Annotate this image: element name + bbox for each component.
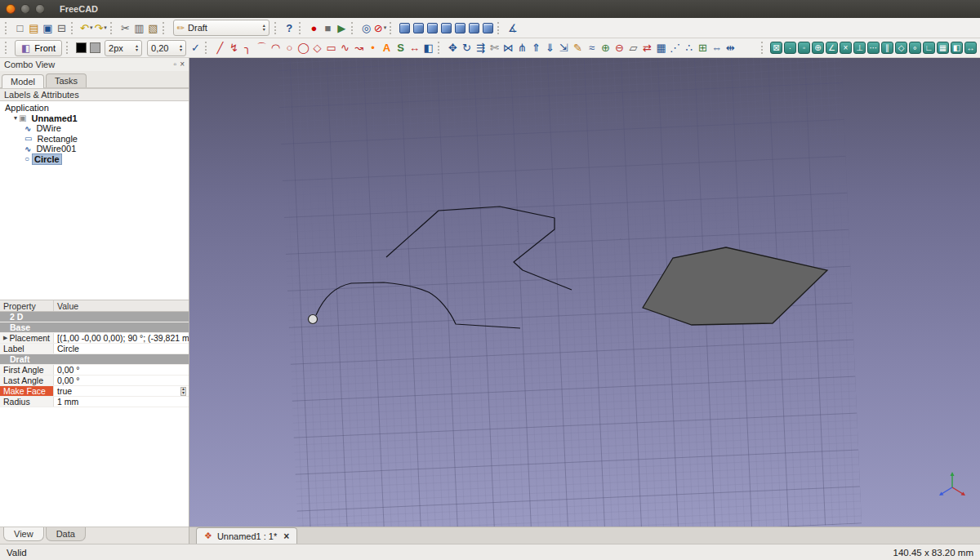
line-width-selector[interactable]: 2px▴▾ <box>105 40 142 56</box>
tree-item-dwire[interactable]: ∿DWire <box>0 123 189 134</box>
apply-style-button[interactable]: ✓ <box>189 40 203 56</box>
tree-item-rectangle[interactable]: ▭Rectangle <box>0 134 189 144</box>
tree-item-circle[interactable]: ○Circle <box>0 154 189 165</box>
property-row-first-angle[interactable]: First Angle0,00 ° <box>0 365 189 376</box>
expander-icon[interactable]: ▶ <box>3 335 7 341</box>
print-button[interactable]: ⊟ <box>55 20 69 36</box>
snap-lock-button[interactable]: ⊠ <box>769 40 783 56</box>
draft-fillet-button[interactable]: ╮ <box>241 40 255 56</box>
snap-angle-button[interactable]: ∠ <box>825 40 839 56</box>
draft-move-button[interactable]: ✥ <box>446 40 460 56</box>
view-bottom-button[interactable] <box>467 20 481 36</box>
snap-grid-button[interactable]: ▦ <box>936 40 950 56</box>
draft-rectangle-button[interactable]: ▭ <box>324 40 338 56</box>
value-column-header[interactable]: Value <box>54 300 189 311</box>
fit-all-button[interactable]: ◎ <box>359 20 373 36</box>
snap-parallel-button[interactable]: ∥ <box>880 40 894 56</box>
tab-tasks[interactable]: Tasks <box>46 73 87 87</box>
save-document-button[interactable]: ▣ <box>41 20 55 36</box>
view-isometric-button[interactable] <box>398 20 412 36</box>
draft-dimension-button[interactable]: ↔ <box>408 40 421 56</box>
tab-model[interactable]: Model <box>2 74 44 88</box>
draft-ellipse-button[interactable]: ◯ <box>296 40 310 56</box>
draft-offset-button[interactable]: ⇶ <box>474 40 488 56</box>
snap-perpendicular-button[interactable]: ⊥ <box>853 40 866 56</box>
draft-arc-button[interactable]: ⌒ <box>255 40 269 56</box>
copy-button[interactable]: ▥ <box>132 20 146 36</box>
labels-attributes-header[interactable]: Labels & Attributes <box>0 88 189 101</box>
draft-polygon-button[interactable]: ◇ <box>310 40 324 56</box>
view-left-button[interactable] <box>481 20 495 36</box>
draft-clone-button[interactable]: ⊞ <box>696 40 710 56</box>
draft-circle-button[interactable]: ○ <box>283 40 296 56</box>
draw-style-button[interactable]: ⊘▾ <box>373 20 387 36</box>
draft-edit-button[interactable]: ✎ <box>571 40 585 56</box>
macro-record-button[interactable]: ● <box>307 20 321 36</box>
draft-facebinder-button[interactable]: ◧ <box>421 40 435 56</box>
draft-split-button[interactable]: ⋔ <box>515 40 529 56</box>
working-plane-button[interactable]: ◧Front <box>15 40 62 56</box>
tree-item-unnamed1[interactable]: ▾▣Unnamed1 <box>0 113 189 124</box>
draft-path-array-button[interactable]: ⋰ <box>668 40 682 56</box>
draft-line-button[interactable]: ╱ <box>213 40 227 56</box>
draft-arc-3points-button[interactable]: ◠ <box>269 40 283 56</box>
redo-button[interactable]: ↷▾ <box>93 20 107 36</box>
window-minimize-button[interactable] <box>20 4 30 14</box>
workbench-selector[interactable]: ✏Draft▴▾ <box>173 20 270 36</box>
draft-mirror-button[interactable]: ⇔ <box>710 40 724 56</box>
line-color-swatch[interactable] <box>74 40 88 56</box>
property-group-draft[interactable]: Draft <box>0 354 189 365</box>
undo-button[interactable]: ↶▾ <box>79 20 93 36</box>
snap-endpoint-button[interactable]: ∙ <box>783 40 797 56</box>
draft-stretch-button[interactable]: ⇹ <box>724 40 737 56</box>
draft-add-point-button[interactable]: ⊕ <box>599 40 612 56</box>
face-color-swatch[interactable] <box>88 40 102 56</box>
view-top-button[interactable] <box>425 20 439 36</box>
draft-upgrade-button[interactable]: ⇑ <box>529 40 543 56</box>
open-document-button[interactable]: ▤ <box>27 20 41 36</box>
3d-viewport[interactable] <box>189 58 980 527</box>
tree-item-dwire001[interactable]: ∿DWire001 <box>0 144 189 154</box>
window-maximize-button[interactable] <box>35 4 45 14</box>
draft-to-sketch-button[interactable]: ⇄ <box>640 40 654 56</box>
draft-point-array-button[interactable]: ∴ <box>682 40 696 56</box>
draft-downgrade-button[interactable]: ⇓ <box>543 40 557 56</box>
draft-remove-point-button[interactable]: ⊖ <box>612 40 626 56</box>
property-row-last-angle[interactable]: Last Angle0,00 ° <box>0 376 189 386</box>
snap-working-plane-button[interactable]: ◧ <box>950 40 964 56</box>
draft-bspline-button[interactable]: ∿ <box>338 40 352 56</box>
draft-join-button[interactable]: ⋈ <box>501 40 515 56</box>
property-group-2-d[interactable]: 2 D <box>0 312 189 322</box>
snap-extension-button[interactable]: ⋯ <box>866 40 880 56</box>
panel-undock-icon[interactable]: ▫ <box>174 60 177 69</box>
property-row-radius[interactable]: Radius1 mm <box>0 397 189 407</box>
property-row-label[interactable]: LabelCircle <box>0 344 189 354</box>
draft-bezier-button[interactable]: ↝ <box>352 40 366 56</box>
draft-rotate-button[interactable]: ↻ <box>460 40 474 56</box>
snap-dimensions-button[interactable]: ↔ <box>964 40 978 56</box>
tree-item-application[interactable]: Application <box>0 103 189 113</box>
snap-ortho-button[interactable]: ∟ <box>922 40 936 56</box>
draft-trimex-button[interactable]: ✄ <box>488 40 501 56</box>
draft-array-button[interactable]: ▦ <box>654 40 668 56</box>
document-tab[interactable]: ❖ Unnamed1 : 1* × <box>196 527 297 544</box>
view-front-button[interactable] <box>412 20 425 36</box>
snap-special-button[interactable]: ◇ <box>894 40 908 56</box>
paste-button[interactable]: ▧ <box>146 20 160 36</box>
measure-distance-button[interactable]: ∡ <box>506 20 519 36</box>
tab-data[interactable]: Data <box>46 527 86 541</box>
macro-stop-button[interactable]: ■ <box>321 20 335 36</box>
draft-wire-button[interactable]: ↯ <box>227 40 241 56</box>
expander-icon[interactable]: ▾ <box>14 114 17 122</box>
draft-text-button[interactable]: A <box>380 40 394 56</box>
property-column-header[interactable]: Property <box>0 300 54 311</box>
draft-point-button[interactable]: • <box>366 40 380 56</box>
snap-midpoint-button[interactable]: ◦ <box>797 40 811 56</box>
property-group-base[interactable]: Base <box>0 322 189 333</box>
whats-this-button[interactable]: ? <box>283 20 296 36</box>
macro-play-button[interactable]: ▶ <box>335 20 349 36</box>
snap-intersection-button[interactable]: × <box>839 40 853 56</box>
point-shape[interactable] <box>309 315 318 324</box>
cut-button[interactable]: ✂ <box>118 20 132 36</box>
property-row-placement[interactable]: ▶Placement[(1,00 -0,00 0,00); 90 °; (-39… <box>0 333 189 344</box>
